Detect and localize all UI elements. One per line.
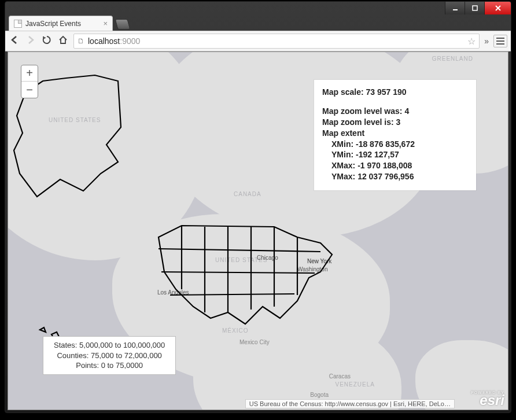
zoom-is-value: 3	[396, 117, 401, 127]
map-scale-value: 73 957 190	[366, 87, 406, 97]
close-button[interactable]	[484, 2, 511, 14]
label-venezuela: VENEZUELA	[336, 381, 375, 388]
contiguous-us-outline	[147, 220, 344, 338]
extent-label: Map extent	[322, 128, 466, 139]
close-icon	[495, 5, 502, 12]
zoom-in-button[interactable]: +	[21, 65, 38, 82]
svg-rect-0	[453, 9, 458, 10]
hamburger-icon	[496, 38, 504, 39]
esri-logo: POWERED BY esri	[471, 390, 504, 407]
reload-button[interactable]	[41, 35, 53, 47]
map-attribution: US Bureau of the Census: http://www.cens…	[245, 399, 455, 408]
zoom-was-value: 4	[404, 106, 409, 116]
tab-close-icon[interactable]: ×	[103, 19, 108, 28]
maximize-icon	[472, 5, 478, 11]
back-button[interactable]	[9, 35, 20, 48]
minimize-icon	[452, 5, 458, 11]
globe-icon: 🗋	[78, 37, 84, 45]
map-info-panel: Map scale: 73 957 190 Map zoom level was…	[314, 80, 476, 190]
legend-counties: Counties: 75,000 to 72,000,000	[54, 351, 165, 361]
label-bogota: Bogota	[310, 392, 329, 398]
bookmark-star-icon[interactable]: ☆	[467, 36, 476, 47]
xmax-value: -1 970 188,008	[357, 161, 412, 170]
new-tab-button[interactable]	[115, 19, 131, 30]
reload-icon	[42, 35, 51, 45]
tab-title: JavaScript Events	[25, 20, 81, 28]
window-titlebar	[5, 2, 511, 14]
zoom-out-button[interactable]: −	[21, 82, 38, 98]
legend-points: Points: 0 to 75,0000	[54, 360, 165, 371]
browser-window: JavaScript Events × 🗋 localhost:9000 ☆ »	[5, 1, 511, 413]
browser-tab[interactable]: JavaScript Events ×	[9, 16, 113, 31]
overflow-chevron-icon[interactable]: »	[484, 36, 489, 46]
address-bar[interactable]: 🗋 localhost:9000 ☆	[73, 34, 480, 49]
tab-strip: JavaScript Events ×	[5, 14, 511, 31]
svg-rect-1	[473, 6, 477, 10]
legend-states: States: 5,000,000 to 100,000,000	[54, 340, 165, 351]
ymin-value: -192 127,57	[356, 150, 399, 159]
map-viewport[interactable]: GREENLAND CANADA UNITED STATES UNITED ST…	[8, 51, 508, 410]
forward-arrow-icon	[25, 35, 36, 45]
browser-toolbar: 🗋 localhost:9000 ☆ »	[5, 31, 511, 51]
address-port: :9000	[120, 36, 140, 46]
ymax-value: 12 037 796,956	[357, 172, 414, 181]
label-canada: CANADA	[234, 191, 261, 197]
label-caracas: Caracas	[329, 373, 351, 380]
address-host: localhost	[88, 36, 120, 46]
maximize-button[interactable]	[465, 2, 484, 14]
legend-panel: States: 5,000,000 to 100,000,000 Countie…	[43, 336, 176, 375]
page-icon	[14, 20, 22, 28]
back-arrow-icon	[9, 35, 20, 45]
zoom-control: + −	[21, 65, 38, 98]
label-mexico-city: Mexico City	[239, 339, 270, 345]
menu-button[interactable]	[493, 35, 507, 47]
home-button[interactable]	[57, 35, 69, 47]
minimize-button[interactable]	[445, 2, 465, 14]
label-greenland: GREENLAND	[432, 56, 473, 62]
xmin-value: -18 876 835,672	[356, 139, 415, 149]
home-icon	[58, 35, 68, 45]
forward-button[interactable]	[25, 35, 36, 48]
